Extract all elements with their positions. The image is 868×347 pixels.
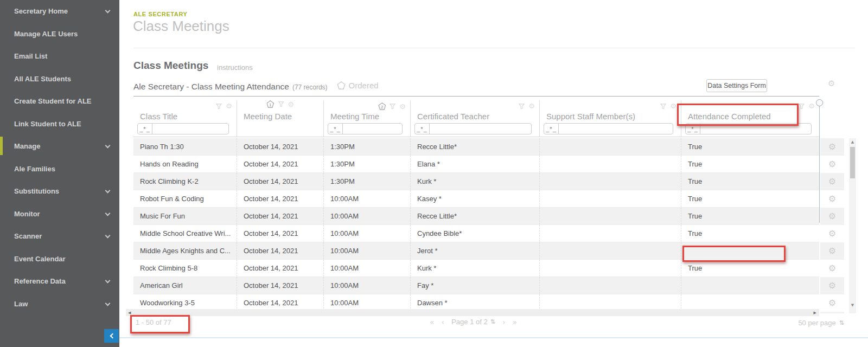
page-selector[interactable]: Page 1 of 2 ⇅ <box>451 318 495 326</box>
sidebar-item-secretary-home[interactable]: Secretary Home <box>0 0 119 23</box>
column-label[interactable]: Meeting Time <box>330 112 379 121</box>
filter-mode-prefix[interactable]: _*_ <box>686 124 700 134</box>
cell-attendance <box>681 277 819 294</box>
sidebar-collapse-button[interactable] <box>104 329 119 343</box>
row-gear-icon[interactable]: ⚙ <box>828 229 836 238</box>
sidebar-item-monitor[interactable]: Monitor <box>0 203 119 226</box>
grid-settings-gear-icon[interactable]: ⚙ <box>828 79 835 88</box>
filter-box: _*_ <box>544 123 673 134</box>
sidebar-item-label: Email List <box>14 52 47 60</box>
filter-icon[interactable] <box>216 104 222 109</box>
table-row[interactable]: Piano Th 1:30 October 14, 2021 1:30PM Re… <box>133 138 819 156</box>
filter-icon[interactable] <box>390 104 395 109</box>
column-label[interactable]: Meeting Date <box>244 112 292 121</box>
table-row[interactable]: Middle School Creative Wri... October 14… <box>133 225 819 242</box>
column-gear-icon[interactable]: ⚙ <box>670 102 676 110</box>
sidebar-item-reference-data[interactable]: Reference Data <box>0 270 119 293</box>
chevron-down-icon <box>105 8 111 14</box>
attendance-completed-filter-input[interactable] <box>700 124 811 134</box>
filter-mode-prefix[interactable]: _*_ <box>544 124 559 134</box>
column-gear-icon[interactable]: ⚙ <box>288 101 294 108</box>
column-gear-icon[interactable]: ⚙ <box>226 102 232 110</box>
sidebar-item-link-student[interactable]: Link Student to ALE <box>0 113 119 136</box>
last-page-button[interactable]: » <box>513 318 518 326</box>
next-page-button[interactable]: › <box>502 318 506 326</box>
sidebar-item-law[interactable]: Law <box>0 293 119 316</box>
sort-order-badge[interactable]: 2 <box>378 102 386 110</box>
cell-attendance: True <box>681 138 819 155</box>
cell-meeting-date: October 14, 2021 <box>237 277 324 294</box>
column-resize-handle[interactable] <box>816 99 823 106</box>
support-staff-filter-input[interactable] <box>559 124 673 134</box>
column-gear-icon[interactable]: ⚙ <box>808 102 815 110</box>
scroll-right-icon[interactable]: ▶ <box>814 311 816 315</box>
sidebar-item-event-calendar[interactable]: Event Calendar <box>0 248 119 271</box>
row-gear-icon[interactable]: ⚙ <box>828 160 836 169</box>
row-gear-icon[interactable]: ⚙ <box>828 264 836 273</box>
cell-support-staff <box>540 225 681 242</box>
per-page-selector[interactable]: 50 per page ⇅ <box>798 319 844 327</box>
table-row[interactable]: Hands on Reading October 14, 2021 1:30PM… <box>133 156 819 173</box>
instructions-link[interactable]: instructions <box>217 63 253 72</box>
sort-order-badge[interactable]: 1 <box>266 100 274 108</box>
vertical-scrollbar[interactable]: ▲ ▼ <box>849 138 856 313</box>
scroll-left-icon[interactable]: ◀ <box>128 311 131 315</box>
column-label[interactable]: Certificated Teacher <box>417 112 489 121</box>
header-divider <box>133 48 855 48</box>
row-gear-icon[interactable]: ⚙ <box>828 143 836 151</box>
table-row-highlighted-empty-attendance[interactable]: Middle Ages Knights and C... October 14,… <box>133 242 819 260</box>
cell-meeting-date: October 14, 2021 <box>237 242 324 259</box>
horizontal-scrollbar[interactable]: ◀ ▶ <box>126 309 819 316</box>
filter-icon[interactable] <box>799 104 805 109</box>
column-header-meeting-date: 1 ⚙ Meeting Date <box>237 100 324 137</box>
sidebar-item-label: Substitutions <box>14 187 59 195</box>
column-label[interactable]: Attendance Completed <box>688 112 771 121</box>
sidebar-item-all-ale-students[interactable]: All ALE Students <box>0 68 119 91</box>
table-row[interactable]: Woodworking 3-5 October 14, 2021 10:00AM… <box>133 294 819 309</box>
filter-box: _*_ <box>137 123 229 134</box>
filter-icon[interactable] <box>660 104 666 109</box>
column-label[interactable]: Class Title <box>140 112 177 121</box>
chevron-down-icon <box>105 143 111 149</box>
column-gear-icon[interactable]: ⚙ <box>399 103 406 110</box>
table-row[interactable]: Music For Fun October 14, 2021 10:00AM R… <box>133 208 819 225</box>
filter-mode-prefix[interactable]: _*_ <box>328 124 343 134</box>
sidebar-item-substitutions[interactable]: Substitutions <box>0 180 119 203</box>
sidebar-item-manage[interactable]: Manage <box>0 135 119 158</box>
column-gear-icon[interactable]: ⚙ <box>528 102 535 110</box>
column-label[interactable]: Support Staff Member(s) <box>546 112 635 121</box>
row-action: ⚙ <box>820 260 844 277</box>
filter-icon[interactable] <box>278 101 284 107</box>
table-row[interactable]: Rock Climbing 5-8 October 14, 2021 10:00… <box>133 260 819 277</box>
scroll-up-icon[interactable]: ▲ <box>849 140 856 144</box>
filter-mode-prefix[interactable]: _*_ <box>138 124 152 134</box>
class-title-filter-input[interactable] <box>152 124 228 134</box>
meeting-time-filter-input[interactable] <box>343 124 402 134</box>
data-settings-form-button[interactable]: Data Settings Form <box>706 79 767 92</box>
filter-icon[interactable] <box>519 104 525 109</box>
filter-mode-prefix[interactable]: _*_ <box>415 124 430 134</box>
row-gear-icon[interactable]: ⚙ <box>828 195 836 203</box>
certificated-teacher-filter-input[interactable] <box>430 124 531 134</box>
cell-support-staff <box>540 173 681 190</box>
prev-page-button[interactable]: ‹ <box>442 318 445 326</box>
row-gear-icon[interactable]: ⚙ <box>828 212 836 221</box>
first-page-button[interactable]: « <box>430 318 435 326</box>
row-gear-icon[interactable]: ⚙ <box>828 299 836 307</box>
sidebar-item-email-list[interactable]: Email List <box>0 45 119 68</box>
cell-meeting-time: 1:30PM <box>324 173 411 190</box>
sidebar-item-scanner[interactable]: Scanner <box>0 225 119 248</box>
table-row[interactable]: Rock Climbing K-2 October 14, 2021 1:30P… <box>133 173 819 190</box>
sidebar-item-ale-families[interactable]: Ale Families <box>0 158 119 181</box>
row-gear-icon[interactable]: ⚙ <box>828 281 836 290</box>
row-gear-icon[interactable]: ⚙ <box>828 177 836 186</box>
chevron-down-icon <box>105 210 111 216</box>
table-row[interactable]: American Girl October 14, 2021 10:00AM F… <box>133 277 819 294</box>
scroll-down-icon[interactable]: ▼ <box>849 303 856 307</box>
cell-class-title: Middle School Creative Wri... <box>133 225 237 242</box>
row-gear-icon[interactable]: ⚙ <box>828 247 836 255</box>
vertical-scrollbar-thumb[interactable] <box>850 147 855 178</box>
table-row[interactable]: Robot Fun & Coding October 14, 2021 10:0… <box>133 190 819 208</box>
sidebar-item-manage-ale-users[interactable]: Manage ALE Users <box>0 23 119 46</box>
sidebar-item-create-student[interactable]: Create Student for ALE <box>0 90 119 113</box>
